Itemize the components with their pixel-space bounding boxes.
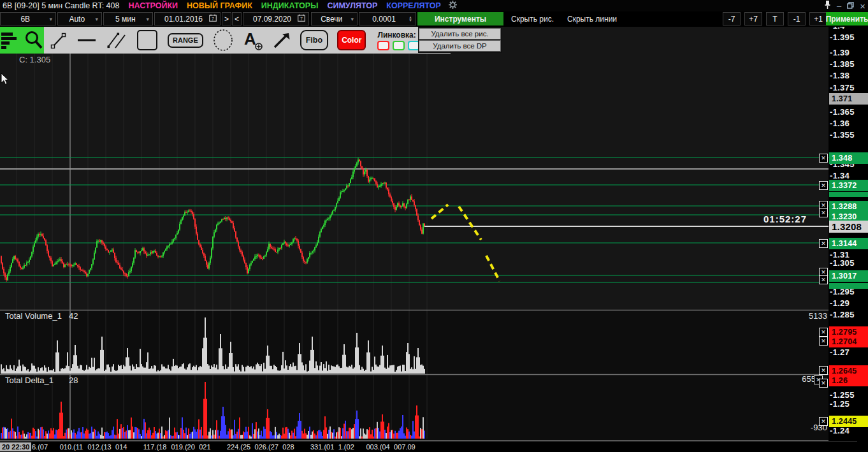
settings-gear-icon[interactable] — [449, 1, 457, 11]
main-menu: НАСТРОЙКИНОВЫЙ ГРАФИКИНДИКАТОРЫСИМУЛЯТОР… — [128, 1, 440, 10]
time-tick-label: 224.(25 — [227, 443, 250, 451]
price-level-label[interactable]: 1.371 — [829, 93, 868, 105]
minimize-button[interactable]: – — [837, 1, 841, 11]
trading-terminal-window: 6B [09-20] 5 мин Candle RT: 408 НАСТРОЙК… — [0, 0, 868, 452]
line-delete-box[interactable]: ✕ — [819, 328, 828, 337]
price-axis[interactable]: -1.4-1.395-1.39-1.385-1.38-1.375-1.365-1… — [828, 27, 868, 441]
today-button[interactable]: T — [766, 12, 784, 26]
calendar-icon[interactable]: 7 — [209, 14, 217, 24]
line-delete-box[interactable]: ✕ — [819, 337, 828, 346]
price-level-label[interactable]: 1.3017 — [829, 270, 868, 282]
chart-type-select[interactable]: Свечи▾ — [311, 12, 358, 26]
price-level-label[interactable]: 1.2795 — [829, 326, 868, 338]
price-tick: -1.24 — [830, 426, 850, 435]
range-shrink-button[interactable]: < — [232, 12, 242, 26]
horizontal-line-tool[interactable] — [76, 31, 98, 50]
price-level-sliver[interactable] — [829, 283, 868, 289]
price-level-label[interactable]: 1.3372 — [829, 180, 868, 191]
drawing-toolbar: RANGE A Fibo Color Линковка: — [0, 27, 417, 54]
stepper-icons[interactable]: ▲▼ — [409, 16, 412, 22]
price-chart-canvas[interactable] — [0, 0, 868, 452]
arrow-tool[interactable] — [272, 31, 291, 50]
volume-max-value: 5133 — [763, 311, 827, 321]
range-expand-button[interactable]: > — [222, 12, 231, 26]
line-delete-box[interactable]: ✕ — [819, 366, 828, 375]
hide-drawings-button[interactable]: Скрыть рис. — [511, 12, 554, 26]
time-axis[interactable]: 20 22:30 6.(07010.(11012.(13014117.(1801… — [0, 442, 868, 452]
mouse-cursor — [1, 73, 10, 85]
date-from-input[interactable]: 01.01.2016 7 — [154, 12, 221, 26]
close-button[interactable]: × — [860, 1, 865, 11]
pin-icon[interactable] — [824, 1, 831, 11]
chart-toolbar: 6B▾ Auto▾ 5 мин▾ 01.01.2016 7 > < 07.09.… — [0, 11, 868, 27]
bar-countdown-timer: 01:52:27 — [701, 214, 807, 224]
shift-fwd-7-button[interactable]: +7 — [744, 12, 762, 26]
menu-new-chart[interactable]: НОВЫЙ ГРАФИК — [187, 1, 252, 10]
price-tick: -1.285 — [830, 310, 855, 319]
chevron-down-icon: ▾ — [351, 16, 354, 22]
restore-button[interactable] — [847, 1, 854, 11]
tool-palette: RANGE A Fibo Color Линковка: — [44, 27, 451, 54]
price-level-label[interactable]: 1.348 — [829, 152, 868, 164]
linking-label: Линковка: — [377, 31, 416, 40]
range-tool[interactable]: RANGE — [168, 33, 203, 48]
shift-back-1-button[interactable]: -1 — [788, 12, 806, 26]
text-tool[interactable]: A — [243, 29, 263, 51]
parallel-lines-tool[interactable] — [106, 30, 127, 50]
line-delete-box[interactable]: ✕ — [819, 379, 828, 388]
delta-last-value: 28 — [69, 375, 78, 385]
zoom-tool[interactable] — [24, 30, 44, 50]
price-tick: -1.25 — [830, 399, 850, 409]
menu-settings[interactable]: НАСТРОЙКИ — [128, 1, 178, 10]
shift-back-7-button[interactable]: -7 — [723, 12, 741, 26]
price-tick: -1.255 — [830, 390, 855, 400]
calendar-icon[interactable]: 7 — [298, 14, 305, 24]
line-delete-box[interactable]: ✕ — [819, 417, 828, 426]
link-color-box-1[interactable] — [393, 41, 405, 50]
delete-all-dp-button[interactable]: Удалить все DP — [419, 40, 501, 52]
time-tick-label: 1.(02 — [338, 443, 354, 451]
time-tick-label: 028 — [282, 443, 294, 451]
time-tick-label: 003.(04 — [366, 443, 389, 451]
price-level-label[interactable]: 1.3208 — [829, 221, 868, 233]
timeframe-select[interactable]: 5 мин▾ — [103, 12, 153, 26]
shift-fwd-1-button[interactable]: +1 — [809, 12, 827, 26]
price-tick: -1.38 — [830, 71, 850, 80]
window-title: 6B [09-20] 5 мин Candle RT: 408 — [3, 1, 119, 10]
hide-lines-button[interactable]: Скрыть линии — [567, 12, 617, 26]
price-level-label[interactable]: 1.2645 — [829, 365, 868, 377]
price-level-label[interactable]: 1.2445 — [829, 416, 868, 427]
fibonacci-tool[interactable]: Fibo — [300, 30, 328, 51]
menu-simulator[interactable]: СИМУЛЯТОР — [327, 1, 377, 10]
instruments-button[interactable]: Инструменты — [417, 12, 503, 26]
price-level-label[interactable]: 1.3144 — [829, 238, 868, 249]
time-tick-label: 331.(01 — [310, 443, 334, 451]
line-delete-box[interactable]: ✕ — [819, 239, 828, 248]
price-tick: -1.385 — [830, 59, 855, 69]
color-picker-tool[interactable]: Color — [337, 30, 366, 50]
price-tick: -1.355 — [830, 130, 855, 140]
menu-indicators[interactable]: ИНДИКАТОРЫ — [261, 1, 319, 10]
ellipse-tool[interactable] — [212, 29, 234, 52]
delete-all-drawings-button[interactable]: Удалить все рис. — [419, 28, 501, 40]
menu-correlator[interactable]: КОРРЕЛЯТОР — [386, 1, 441, 10]
tick-step-input[interactable]: 0.0001 ▲▼ — [359, 12, 416, 26]
price-level-sliver[interactable] — [829, 192, 868, 197]
date-to-input[interactable]: 07.09.2020 7 — [243, 12, 309, 26]
symbol-select[interactable]: 6B▾ — [0, 12, 56, 26]
line-delete-box[interactable]: ✕ — [819, 154, 828, 163]
price-level-label[interactable]: 1.3288 — [829, 201, 868, 212]
aggregation-select[interactable]: Auto▾ — [57, 12, 102, 26]
chevron-down-icon: ▾ — [95, 16, 98, 22]
line-delete-box[interactable]: ✕ — [819, 181, 828, 190]
price-tick: -1.27 — [830, 347, 850, 357]
price-tick: -1.305 — [830, 258, 855, 268]
price-tick: -1.39 — [830, 48, 850, 57]
line-delete-box[interactable]: ✕ — [819, 275, 828, 284]
trendline-tool[interactable] — [50, 31, 67, 50]
link-color-box-0[interactable] — [377, 41, 389, 50]
line-delete-box[interactable]: ✕ — [819, 208, 828, 217]
apply-button[interactable]: Применить — [826, 12, 868, 26]
rectangle-tool[interactable] — [136, 29, 159, 52]
volume-profile-tool[interactable] — [0, 30, 19, 50]
